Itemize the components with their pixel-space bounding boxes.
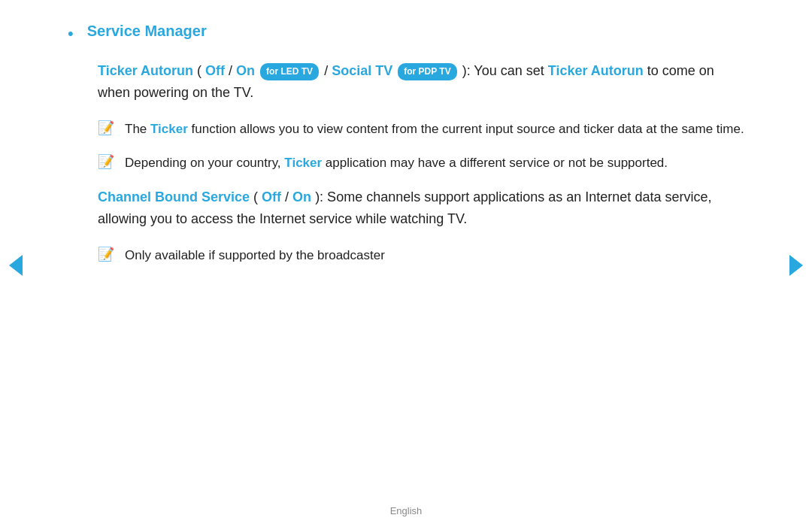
note3: 📝 Only available if supported by the bro… (98, 245, 744, 265)
social-tv: Social TV (332, 63, 392, 78)
channel-bound-label: Channel Bound Service (98, 189, 250, 204)
open-paren: ( (197, 63, 201, 78)
ticker-autorun-block: Ticker Autorun ( Off / On for LED TV / S… (98, 60, 744, 265)
ticker-autorun-text: Ticker Autorun ( Off / On for LED TV / S… (98, 60, 744, 104)
ticker-autorun-label2: Ticker Autorun (548, 63, 644, 78)
note-icon-2: 📝 (98, 153, 114, 170)
note2-text: Depending on your country, Ticker applic… (125, 153, 668, 173)
note1-text: The Ticker function allows you to view c… (125, 119, 744, 139)
ticker-blue-1: Ticker (150, 122, 188, 136)
ticker-on: On (236, 63, 255, 78)
channel-open-paren: ( (253, 189, 258, 204)
note1: 📝 The Ticker function allows you to view… (98, 119, 744, 139)
service-manager-section: • Service Manager (68, 23, 744, 44)
ticker-off: Off (205, 63, 225, 78)
note-icon-3: 📝 (98, 246, 114, 262)
ticker-autorun-label: Ticker Autorun (98, 63, 193, 78)
slash2: / (324, 63, 332, 78)
channel-bound-block: Channel Bound Service ( Off / On ): Some… (98, 186, 744, 230)
nav-arrow-right[interactable] (789, 255, 803, 276)
bullet-dot: • (68, 24, 74, 44)
channel-off: Off (262, 189, 281, 204)
note2: 📝 Depending on your country, Ticker appl… (98, 153, 744, 173)
ticker-blue-2: Ticker (284, 156, 322, 170)
led-badge: for LED TV (260, 63, 319, 80)
slash1: / (229, 63, 236, 78)
footer-language: English (390, 505, 423, 516)
channel-on: On (292, 189, 311, 204)
note3-text: Only available if supported by the broad… (125, 245, 385, 265)
pdp-badge: for PDP TV (398, 63, 456, 80)
service-manager-title: Service Manager (87, 23, 207, 39)
channel-slash: / (285, 189, 292, 204)
main-content: • Service Manager Ticker Autorun ( Off /… (0, 0, 812, 301)
ticker-desc: ): You can set (462, 63, 548, 78)
nav-arrow-left[interactable] (9, 255, 23, 276)
note-icon-1: 📝 (98, 120, 114, 136)
